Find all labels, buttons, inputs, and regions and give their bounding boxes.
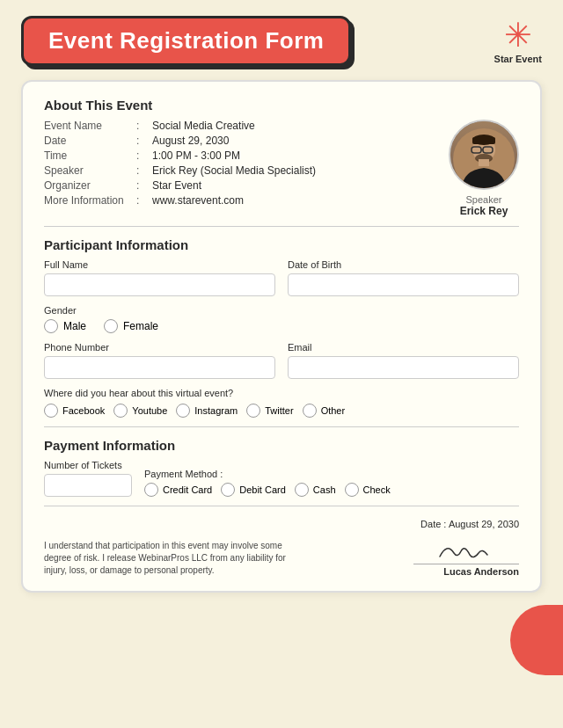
source-other-label: Other	[321, 405, 346, 416]
about-row-organizer: Organizer : Star Event	[44, 179, 440, 192]
about-row-date: Date : August 29, 2030	[44, 135, 440, 147]
person-silhouette	[453, 128, 515, 190]
payment-section-title: Payment Information	[44, 438, 519, 453]
divider-3	[44, 506, 519, 506]
gender-male-label: Male	[63, 320, 86, 332]
source-other-radio[interactable]	[303, 404, 317, 418]
about-table: Event Name : Social Media Creative Date …	[44, 120, 440, 217]
speaker-photo-inner	[450, 120, 517, 190]
participant-section-title: Participant Information	[44, 237, 519, 252]
payment-options: Credit Card Debit Card Cash Check	[144, 483, 519, 497]
signer-name: Lucas Anderson	[443, 566, 519, 577]
payment-method-group: Payment Method : Credit Card Debit Card …	[144, 469, 519, 497]
signature-svg	[431, 535, 501, 564]
gender-male-option[interactable]: Male	[44, 319, 86, 333]
phone-email-row: Phone Number Email	[44, 342, 519, 379]
disclaimer-text: I understand that participation in this …	[44, 540, 290, 577]
phone-input[interactable]	[44, 356, 275, 379]
payment-debit-card-label: Debit Card	[239, 484, 286, 495]
source-facebook[interactable]: Facebook	[44, 404, 105, 418]
payment-method-label: Payment Method :	[144, 469, 519, 479]
payment-credit-card-radio[interactable]	[144, 483, 158, 497]
deco-red-shape	[510, 605, 563, 675]
page-title: Event Registration Form	[48, 27, 324, 54]
payment-debit-card[interactable]: Debit Card	[221, 483, 286, 497]
svg-rect-6	[472, 137, 495, 144]
form-card: About This Event Event Name : Social Med…	[21, 80, 542, 593]
email-group: Email	[288, 342, 519, 379]
source-instagram[interactable]: Instagram	[176, 404, 238, 418]
about-row-speaker: Speaker : Erick Rey (Social Media Specia…	[44, 164, 440, 177]
star-label: Star Event	[494, 54, 542, 64]
gender-female-label: Female	[123, 320, 158, 332]
payment-debit-card-radio[interactable]	[221, 483, 235, 497]
tickets-label: Number of Tickets	[44, 460, 132, 470]
speaker-role: Speaker	[466, 194, 502, 205]
svg-rect-8	[479, 159, 489, 166]
tickets-input[interactable]	[44, 474, 132, 497]
gender-female-option[interactable]: Female	[104, 319, 158, 333]
source-facebook-radio[interactable]	[44, 404, 58, 418]
tickets-group: Number of Tickets	[44, 460, 132, 497]
about-row-info: More Information : www.starevent.com	[44, 194, 440, 207]
source-twitter-radio[interactable]	[246, 404, 260, 418]
divider-2	[44, 426, 519, 427]
source-youtube[interactable]: Youtube	[113, 404, 167, 418]
source-twitter[interactable]: Twitter	[246, 404, 293, 418]
email-input[interactable]	[288, 356, 519, 379]
speaker-photo-area: Speaker Erick Rey	[449, 120, 519, 217]
signature-line	[413, 533, 519, 564]
payment-cash-radio[interactable]	[295, 483, 309, 497]
date-text: Date : August 29, 2030	[420, 519, 519, 529]
dob-group: Date of Birth	[288, 259, 519, 296]
header: Event Registration Form ✳ Star Event	[0, 0, 563, 75]
about-area: Event Name : Social Media Creative Date …	[44, 120, 519, 217]
source-youtube-radio[interactable]	[113, 404, 128, 418]
source-instagram-label: Instagram	[194, 405, 238, 416]
source-facebook-label: Facebook	[62, 405, 105, 416]
title-box: Event Registration Form	[21, 16, 351, 66]
payment-credit-card-label: Credit Card	[163, 484, 212, 495]
footer-area: I understand that participation in this …	[44, 517, 519, 577]
full-name-input[interactable]	[44, 273, 275, 296]
full-name-group: Full Name	[44, 259, 275, 296]
dob-input[interactable]	[288, 273, 519, 296]
speaker-photo	[449, 120, 519, 190]
dob-label: Date of Birth	[288, 259, 519, 270]
gender-label: Gender	[44, 305, 519, 316]
about-row-event: Event Name : Social Media Creative	[44, 120, 440, 132]
full-name-label: Full Name	[44, 259, 275, 270]
gender-male-radio[interactable]	[44, 319, 58, 333]
divider-1	[44, 226, 519, 227]
phone-label: Phone Number	[44, 342, 275, 353]
signature-area: Date : August 29, 2030 Lucas Anderson	[413, 519, 519, 577]
payment-check-label: Check	[363, 484, 391, 495]
source-twitter-label: Twitter	[265, 405, 293, 416]
payment-check[interactable]: Check	[345, 483, 391, 497]
gender-group: Gender Male Female	[44, 305, 519, 333]
about-section-title: About This Event	[44, 98, 519, 113]
source-question: Where did you hear about this virtual ev…	[44, 388, 519, 398]
gender-radio-row: Male Female	[44, 319, 519, 333]
payment-check-radio[interactable]	[345, 483, 359, 497]
star-logo: ✳ Star Event	[494, 18, 542, 64]
about-row-time: Time : 1:00 PM - 3:00 PM	[44, 149, 440, 162]
source-other[interactable]: Other	[303, 404, 346, 418]
source-row: Facebook Youtube Instagram Twitter Other	[44, 404, 519, 418]
payment-cash-label: Cash	[313, 484, 336, 495]
phone-group: Phone Number	[44, 342, 275, 379]
name-dob-row: Full Name Date of Birth	[44, 259, 519, 296]
source-youtube-label: Youtube	[132, 405, 167, 416]
speaker-name: Erick Rey	[460, 205, 508, 217]
gender-female-radio[interactable]	[104, 319, 118, 333]
payment-credit-card[interactable]: Credit Card	[144, 483, 212, 497]
star-icon: ✳	[504, 18, 532, 52]
email-label: Email	[288, 342, 519, 353]
source-instagram-radio[interactable]	[176, 404, 190, 418]
payment-row: Number of Tickets Payment Method : Credi…	[44, 460, 519, 497]
payment-cash[interactable]: Cash	[295, 483, 336, 497]
